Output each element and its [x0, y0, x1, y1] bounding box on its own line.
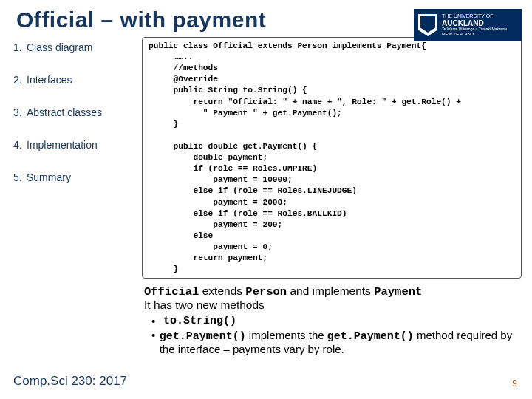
logo-line1: THE UNIVERSITY OF: [442, 13, 508, 19]
crest-icon: [418, 14, 437, 36]
nav-item-implementation: 4.Implementation: [13, 139, 134, 151]
desc-official: Official: [144, 285, 199, 299]
page-number: 9: [512, 378, 517, 389]
desc-line2: It has two new methods: [144, 299, 520, 312]
nav-item-summary: 5.Summary: [13, 171, 134, 183]
nav-item-class-diagram: 1.Class diagram: [13, 41, 134, 53]
university-logo: THE UNIVERSITY OF AUCKLAND Te Whare Wāna…: [414, 9, 522, 41]
course-footer: Comp.Sci 230: 2017: [13, 374, 127, 389]
description-block: Official extends Person and implements P…: [0, 279, 532, 355]
nav-item-interfaces: 2.Interfaces: [13, 74, 134, 86]
logo-line4: NEW ZEALAND: [442, 32, 508, 37]
bullet-getpayment: • get.Payment() implements the get.Payme…: [151, 329, 520, 355]
code-listing: public class Official extends Person imp…: [142, 37, 522, 279]
bullet-tostring: • to.String(): [151, 315, 520, 327]
nav-item-abstract-classes: 3.Abstract classes: [13, 106, 134, 118]
outline-sidebar: 1.Class diagram 2.Interfaces 3.Abstract …: [13, 35, 134, 279]
